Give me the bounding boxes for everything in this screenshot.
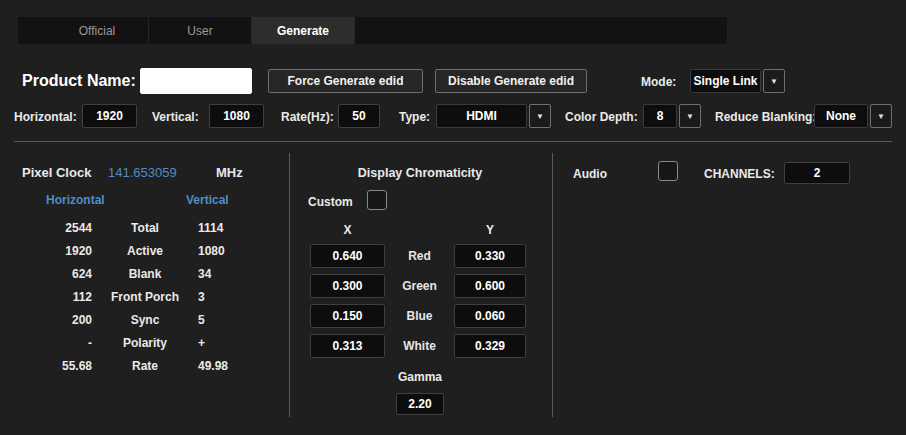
timing-label-polarity: Polarity [92,336,198,350]
timing-horizontal-header: Horizontal [46,193,105,207]
reduce-blanking-label: Reduce Blanking: [715,110,816,124]
blue-x-input[interactable] [310,304,385,328]
custom-checkbox[interactable] [367,190,387,210]
disable-generate-edid-button[interactable]: Disable Generate edid [435,69,587,93]
edid-generator-window: Official User Generate Product Name: For… [0,0,906,435]
horizontal-label: Horizontal: [14,110,77,124]
mode-value: Single Link [690,69,761,93]
timing-h-rate: 55.68 [14,359,92,373]
left-section-divider [289,153,290,417]
timing-label-rate: Rate [92,359,198,373]
vertical-label: Vertical: [152,110,199,124]
timing-label-sync: Sync [92,313,198,327]
timing-v-front-porch: 3 [198,290,276,304]
red-y-input[interactable] [454,244,526,268]
chromaticity-title: Display Chromaticity [300,166,540,180]
chromaticity-y-header: Y [454,223,526,237]
chromaticity-table: Red Green Blue White [310,244,526,364]
gamma-input[interactable] [396,393,444,415]
channels-label: CHANNELS: [704,167,775,181]
timing-h-blank: 624 [14,267,92,281]
timing-table: 2544 Total 1114 1920 Active 1080 624 Bla… [14,216,276,377]
channels-input[interactable] [784,162,850,184]
blue-y-input[interactable] [454,304,526,328]
right-section-divider [552,153,553,417]
audio-label: Audio [573,167,607,181]
rate-label: Rate(Hz): [281,110,334,124]
red-x-input[interactable] [310,244,385,268]
timing-row-front-porch: 112 Front Porch 3 [14,285,276,308]
chevron-down-icon: ▼ [679,104,701,128]
reduce-blanking-dropdown[interactable]: None ▼ [814,104,892,128]
timing-h-front-porch: 112 [14,290,92,304]
chromaticity-row-green: Green [310,274,526,298]
green-label: Green [385,279,454,293]
tab-official[interactable]: Official [46,17,149,44]
timing-label-active: Active [92,244,198,258]
custom-label: Custom [308,195,353,209]
product-name-label: Product Name: [22,72,136,90]
timing-v-polarity: + [198,336,276,350]
white-y-input[interactable] [454,334,526,358]
timing-h-polarity: - [14,336,92,350]
timing-label-front-porch: Front Porch [92,290,198,304]
timing-v-active: 1080 [198,244,276,258]
chevron-down-icon: ▼ [763,69,785,93]
color-depth-value: 8 [643,104,677,128]
gamma-label: Gamma [300,370,540,384]
white-x-input[interactable] [310,334,385,358]
reduce-blanking-value: None [814,104,868,128]
blue-label: Blue [385,309,454,323]
horizontal-input[interactable] [82,104,137,128]
chromaticity-row-white: White [310,334,526,358]
white-label: White [385,339,454,353]
pixel-clock-unit: MHz [216,165,243,180]
chromaticity-row-blue: Blue [310,304,526,328]
mode-label: Mode: [641,75,676,89]
tab-user[interactable]: User [149,17,252,44]
force-generate-edid-button[interactable]: Force Generate edid [268,69,423,93]
pixel-clock-label: Pixel Clock [22,165,91,180]
color-depth-label: Color Depth: [565,110,638,124]
timing-label-blank: Blank [92,267,198,281]
chevron-down-icon: ▼ [870,104,892,128]
chromaticity-row-red: Red [310,244,526,268]
timing-v-blank: 34 [198,267,276,281]
timing-row-sync: 200 Sync 5 [14,308,276,331]
horizontal-divider [14,141,892,142]
color-depth-dropdown[interactable]: 8 ▼ [643,104,701,128]
timing-row-total: 2544 Total 1114 [14,216,276,239]
vertical-input[interactable] [209,104,264,128]
timing-v-sync: 5 [198,313,276,327]
timing-row-active: 1920 Active 1080 [14,239,276,262]
timing-vertical-header: Vertical [186,193,229,207]
timing-v-total: 1114 [198,221,276,235]
timing-h-active: 1920 [14,244,92,258]
product-name-input[interactable] [140,68,252,94]
mode-dropdown[interactable]: Single Link ▼ [690,69,785,93]
type-dropdown[interactable]: HDMI ▼ [436,104,551,128]
tab-bar: Official User Generate [18,17,727,44]
audio-checkbox[interactable] [658,161,678,181]
timing-v-rate: 49.98 [198,359,276,373]
timing-h-total: 2544 [14,221,92,235]
timing-row-polarity: - Polarity + [14,331,276,354]
pixel-clock-value: 141.653059 [108,165,177,180]
rate-input[interactable] [338,104,380,128]
chromaticity-x-header: X [310,223,385,237]
type-value: HDMI [436,104,527,128]
timing-row-blank: 624 Blank 34 [14,262,276,285]
chevron-down-icon: ▼ [529,104,551,128]
type-label: Type: [399,110,430,124]
green-x-input[interactable] [310,274,385,298]
red-label: Red [385,249,454,263]
green-y-input[interactable] [454,274,526,298]
tab-generate[interactable]: Generate [252,17,355,44]
timing-row-rate: 55.68 Rate 49.98 [14,354,276,377]
timing-label-total: Total [92,221,198,235]
timing-h-sync: 200 [14,313,92,327]
